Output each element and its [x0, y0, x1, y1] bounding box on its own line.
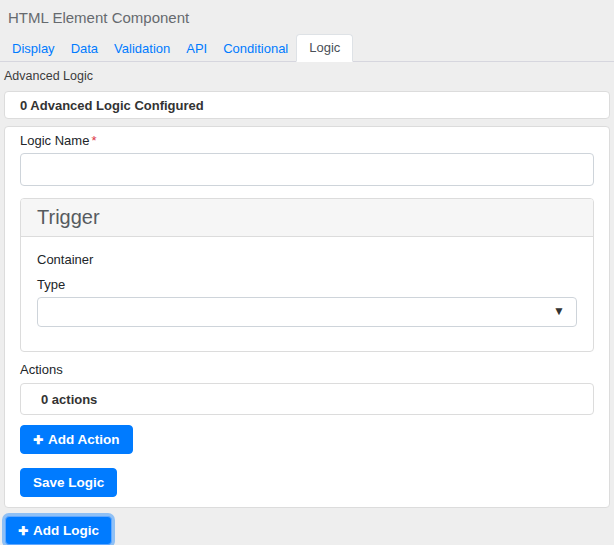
tab-conditional[interactable]: Conditional [215, 36, 296, 61]
trigger-panel-header: Trigger [21, 199, 593, 237]
tab-data[interactable]: Data [63, 36, 106, 61]
logic-name-input[interactable] [20, 153, 594, 186]
caret-down-icon: ▼ [553, 304, 565, 318]
tab-display[interactable]: Display [4, 36, 63, 61]
trigger-container-label: Container [37, 253, 577, 267]
trigger-panel: Trigger Container Type ▼ [20, 198, 594, 352]
tab-logic[interactable]: Logic [296, 34, 353, 62]
logic-edit-panel: Logic Name* Trigger Container Type ▼ Act… [4, 126, 610, 508]
tab-validation[interactable]: Validation [106, 36, 178, 61]
add-action-button[interactable]: ✚ Add Action [20, 425, 133, 454]
actions-summary-panel[interactable]: 0 actions [20, 383, 594, 415]
save-logic-button-label: Save Logic [33, 475, 104, 490]
trigger-type-label: Type [37, 278, 577, 292]
actions-summary-text: 0 actions [41, 392, 97, 407]
trigger-panel-body: Container Type ▼ [21, 237, 593, 351]
save-logic-button[interactable]: Save Logic [20, 468, 117, 497]
tab-api[interactable]: API [178, 36, 215, 61]
logic-name-label: Logic Name* [20, 134, 594, 148]
add-logic-button[interactable]: ✚ Add Logic [5, 516, 112, 545]
plus-icon: ✚ [33, 434, 43, 446]
required-asterisk: * [91, 133, 96, 148]
page-title: HTML Element Component [0, 0, 614, 27]
advanced-logic-summary-header[interactable]: 0 Advanced Logic Configured [4, 91, 610, 119]
advanced-logic-section-label: Advanced Logic [4, 69, 614, 83]
tab-bar: Display Data Validation API Conditional … [0, 36, 614, 62]
plus-icon: ✚ [18, 525, 28, 537]
component-settings-page: HTML Element Component Display Data Vali… [0, 0, 614, 545]
advanced-logic-summary-text: 0 Advanced Logic Configured [20, 98, 204, 113]
trigger-type-select[interactable]: ▼ [37, 297, 577, 327]
actions-label: Actions [20, 363, 594, 377]
add-action-button-label: Add Action [48, 432, 120, 447]
add-logic-button-label: Add Logic [33, 523, 99, 538]
